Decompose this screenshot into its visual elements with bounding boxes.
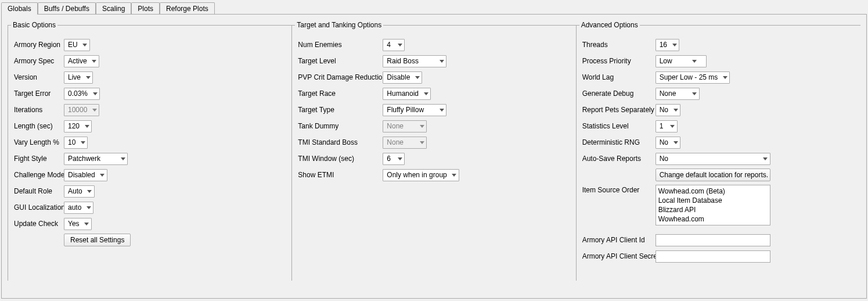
- chevron-down-icon: [668, 125, 677, 128]
- tab-bar: Globals Buffs / Debuffs Scaling Plots Re…: [0, 0, 868, 14]
- list-item[interactable]: Blizzard API: [658, 205, 768, 214]
- label-iterations: Iterations: [14, 106, 64, 114]
- chevron-down-icon: [84, 206, 93, 209]
- chevron-down-icon: [690, 60, 699, 63]
- select-default-role[interactable]: Auto: [64, 185, 95, 198]
- list-item[interactable]: Wowhead.com (Beta): [658, 187, 768, 196]
- tab-scaling[interactable]: Scaling: [96, 2, 131, 15]
- select-tmi-boss: None: [383, 137, 427, 149]
- tab-label: Globals: [8, 5, 31, 13]
- label-armory-region: Armory Region: [14, 41, 64, 49]
- chevron-down-icon: [761, 157, 770, 160]
- select-vary-length[interactable]: 10: [64, 137, 88, 149]
- chevron-down-icon: [671, 141, 680, 144]
- chevron-down-icon: [89, 60, 99, 63]
- label-target-race: Target Race: [298, 89, 383, 98]
- select-armory-region[interactable]: EU: [64, 39, 90, 51]
- select-show-etmi[interactable]: Only when in group: [383, 169, 459, 181]
- label-det-rng: Deterministic RNG: [582, 138, 655, 146]
- chevron-down-icon: [669, 44, 679, 46]
- select-tmi-window[interactable]: 6: [383, 153, 405, 165]
- chevron-down-icon: [80, 44, 89, 46]
- label-tank-dummy: Tank Dummy: [298, 122, 383, 130]
- label-pvp-crit: PVP Crit Damage Reduction: [298, 73, 383, 81]
- chevron-down-icon: [83, 76, 92, 79]
- label-autosave: Auto-Save Reports: [582, 155, 655, 163]
- select-target-error[interactable]: 0.03%: [64, 88, 100, 100]
- select-challenge-mode[interactable]: Disabled: [64, 169, 107, 181]
- tab-reforge[interactable]: Reforge Plots: [160, 2, 215, 15]
- select-det-rng[interactable]: No: [655, 137, 680, 149]
- chevron-down-icon: [78, 141, 87, 144]
- select-world-lag[interactable]: Super Low - 25 ms: [655, 71, 730, 84]
- label-challenge-mode: Challenge Mode: [14, 171, 64, 179]
- label-armory-spec: Armory Spec: [14, 57, 64, 65]
- chevron-down-icon: [437, 60, 446, 63]
- select-autosave[interactable]: No: [655, 153, 770, 165]
- groupbox-basic: Basic Options Armory Region EU Armory Sp…: [8, 25, 292, 281]
- label-length: Length (sec): [14, 122, 64, 130]
- select-gui-local[interactable]: auto: [64, 202, 93, 214]
- chevron-down-icon: [417, 141, 426, 144]
- tab-label: Buffs / Debuffs: [44, 5, 89, 13]
- label-priority: Process Priority: [582, 57, 655, 65]
- select-gen-debug[interactable]: None: [655, 88, 700, 100]
- chevron-down-icon: [421, 92, 430, 95]
- select-target-level[interactable]: Raid Boss: [383, 55, 446, 67]
- label-api-secret: Armory API Client Secret: [582, 252, 655, 260]
- select-stats-level[interactable]: 1: [655, 120, 678, 132]
- label-target-error: Target Error: [14, 89, 64, 98]
- select-priority[interactable]: Low: [655, 55, 707, 67]
- select-length[interactable]: 120: [64, 120, 92, 132]
- label-stats-level: Statistics Level: [582, 122, 655, 130]
- select-target-type[interactable]: Fluffy Pillow: [383, 104, 446, 116]
- input-api-secret[interactable]: [655, 250, 770, 263]
- select-num-enemies[interactable]: 4: [383, 39, 405, 51]
- tab-buffs[interactable]: Buffs / Debuffs: [38, 2, 96, 15]
- tab-plots[interactable]: Plots: [131, 2, 160, 15]
- select-report-pets[interactable]: No: [655, 104, 680, 116]
- label-gen-debug: Generate Debug: [582, 89, 655, 98]
- label-target-type: Target Type: [298, 106, 383, 114]
- chevron-down-icon: [417, 125, 426, 128]
- label-gui-local: GUI Localization: [14, 203, 64, 212]
- select-iterations: 10000: [64, 104, 99, 116]
- select-pvp-crit[interactable]: Disable: [383, 71, 422, 84]
- chevron-down-icon: [89, 109, 99, 112]
- label-world-lag: World Lag: [582, 73, 655, 81]
- select-fight-style[interactable]: Patchwerk: [64, 153, 128, 165]
- label-tmi-boss: TMI Standard Boss: [298, 138, 383, 146]
- label-default-role: Default Role: [14, 187, 64, 195]
- chevron-down-icon: [412, 76, 422, 79]
- label-api-id: Armory API Client Id: [582, 236, 655, 244]
- group-legend: Target and Tanking Options: [295, 21, 383, 29]
- reset-button[interactable]: Reset all Settings: [64, 234, 131, 246]
- select-threads[interactable]: 16: [655, 39, 679, 51]
- label-target-level: Target Level: [298, 57, 383, 65]
- select-target-race[interactable]: Humanoid: [383, 88, 431, 100]
- select-update-check[interactable]: Yes: [64, 218, 92, 230]
- tab-label: Reforge Plots: [166, 5, 208, 13]
- list-item[interactable]: Wowhead.com: [658, 214, 768, 224]
- chevron-down-icon: [690, 92, 699, 95]
- chevron-down-icon: [720, 76, 729, 79]
- label-threads: Threads: [582, 41, 655, 49]
- select-armory-spec[interactable]: Active: [64, 55, 99, 67]
- label-fight-style: Fight Style: [14, 155, 64, 163]
- chevron-down-icon: [395, 157, 404, 160]
- input-api-id[interactable]: [655, 234, 770, 246]
- chevron-down-icon: [82, 223, 91, 225]
- label-tmi-window: TMI Window (sec): [298, 155, 383, 163]
- group-legend: Advanced Options: [579, 21, 640, 29]
- tab-globals[interactable]: Globals: [1, 2, 38, 15]
- label-vary-length: Vary Length %: [14, 138, 64, 146]
- listbox-item-source[interactable]: Wowhead.com (Beta) Local Item Database B…: [655, 185, 770, 225]
- label-item-source: Item Source Order: [582, 185, 655, 194]
- select-version[interactable]: Live: [64, 71, 93, 84]
- change-location-button[interactable]: Change default location for reports.: [655, 169, 770, 181]
- label-report-pets: Report Pets Separately: [582, 106, 655, 114]
- tab-label: Plots: [138, 5, 153, 13]
- chevron-down-icon: [98, 174, 107, 177]
- list-item[interactable]: Local Item Database: [658, 196, 768, 205]
- chevron-down-icon: [118, 157, 127, 160]
